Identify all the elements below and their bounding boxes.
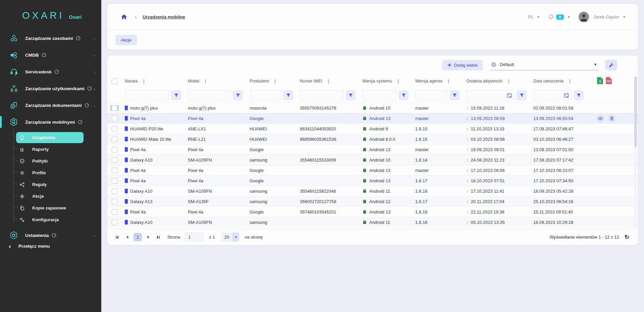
filter-input-imei[interactable]: [302, 93, 341, 98]
column-header-model[interactable]: Model⋮: [184, 79, 246, 84]
column-menu-icon[interactable]: ⋮: [141, 79, 147, 84]
avatar[interactable]: [579, 12, 589, 22]
table-row[interactable]: HUAWEI P20 lite ANE-LX1 HUAWEI 863411044…: [107, 123, 638, 134]
sidebar-subitem-reguly[interactable]: Reguły: [0, 179, 101, 190]
filter-input-model[interactable]: [190, 93, 228, 98]
row-checkbox[interactable]: [112, 157, 117, 163]
table-row[interactable]: Galaxy A13 SM-A135F samsung 356002720127…: [107, 196, 638, 206]
view-select[interactable]: Default ▼: [490, 60, 598, 70]
row-checkbox[interactable]: [112, 126, 117, 132]
sidebar-subitem-kopie[interactable]: Kopie zapasowe: [0, 202, 101, 214]
sidebar-item-uzytkownicy[interactable]: Zarządzanie użytkownikami ›: [0, 80, 101, 97]
column-menu-icon[interactable]: ⋮: [203, 79, 208, 84]
calendar-icon[interactable]: [564, 93, 569, 98]
sidebar-subitem-urzadzenia[interactable]: Urządzenia: [0, 132, 101, 143]
next-page-button[interactable]: [145, 234, 152, 241]
language-select[interactable]: PL: [528, 14, 533, 19]
chevron-down-icon[interactable]: ▼: [537, 15, 540, 19]
sidebar-subitem-profile[interactable]: Profile: [0, 167, 101, 179]
row-checkbox[interactable]: [112, 220, 117, 225]
row-checkbox[interactable]: [112, 168, 117, 173]
row-checkbox[interactable]: [112, 178, 117, 184]
table-row[interactable]: Pixel 4a Pixel 4a Google 357480103545201…: [107, 206, 638, 217]
table-row[interactable]: Galaxy A10 SM-A105FN samsung Android 11 …: [107, 217, 638, 227]
table-row[interactable]: Galaxy A10 SM-A105FN samsung 35546011582…: [107, 186, 638, 196]
filter-button[interactable]: [345, 90, 356, 100]
column-header-producent[interactable]: Produdent⋮: [246, 79, 297, 84]
sidebar-subitem-raporty[interactable]: Raporty: [0, 143, 101, 155]
column-header-ostatnia-aktywnosc[interactable]: Ostatnia aktywność⋮: [463, 79, 530, 84]
add-view-button[interactable]: Dodaj widok: [442, 60, 483, 70]
column-menu-icon[interactable]: ⋮: [272, 79, 278, 84]
column-menu-icon[interactable]: ⋮: [567, 79, 573, 84]
table-row[interactable]: HUAWEI Mate 10 lite RNE-L21 HUAWEI 86859…: [107, 134, 638, 144]
refresh-icon[interactable]: ↻: [625, 234, 629, 241]
akcje-button[interactable]: Akcje: [115, 35, 137, 45]
row-checkbox[interactable]: [112, 105, 117, 111]
table-row[interactable]: Galaxy A10 SM-A105FN samsung 35546011553…: [107, 154, 638, 165]
column-header-wersja-agenta[interactable]: Wersja agenta⋮: [412, 79, 463, 84]
sidebar-subitem-polityki[interactable]: Polityki: [0, 155, 101, 167]
table-row[interactable]: Pixel 4a Pixel 4a Google Android 13 mast…: [107, 165, 638, 175]
column-header-data-utworzenia[interactable]: Data utworzenia⋮: [530, 79, 587, 84]
prev-page-button[interactable]: [123, 234, 131, 241]
table-row[interactable]: Pixel 4a Pixel 4a Google Android 13 1.8.…: [107, 175, 638, 186]
filter-input-nazwa[interactable]: [127, 93, 167, 98]
sidebar-item-cmdb[interactable]: CMDB ›: [0, 47, 101, 63]
delete-button[interactable]: [607, 113, 616, 123]
per-page-select[interactable]: 20 ▼: [221, 233, 239, 242]
filter-button[interactable]: [449, 90, 460, 100]
table-scrollbar[interactable]: [634, 76, 637, 227]
sidebar-subitem-akcje[interactable]: Akcje: [0, 190, 101, 202]
breadcrumb-link[interactable]: Urządzenia mobilne: [143, 14, 185, 19]
table-settings-button[interactable]: [605, 60, 617, 70]
column-menu-icon[interactable]: ⋮: [395, 79, 401, 84]
page-number-input[interactable]: [185, 233, 204, 242]
first-page-button[interactable]: [113, 234, 121, 241]
select-all-checkbox[interactable]: [112, 78, 117, 84]
sidebar-subitem-konfiguracja[interactable]: Konfiguracja: [0, 214, 101, 226]
preview-eye-button[interactable]: [596, 113, 605, 123]
filter-input-wersja-agenta[interactable]: [418, 93, 445, 98]
table-row[interactable]: Pixel 4a Pixel 4a Google Android 13 mast…: [107, 144, 638, 154]
sidebar-item-servicedesk[interactable]: Servicedesk ›: [0, 63, 101, 80]
notification-badge[interactable]: 0: [556, 14, 564, 20]
chevron-down-icon[interactable]: ▼: [623, 15, 626, 19]
filter-input-producent[interactable]: [252, 93, 279, 98]
sidebar-item-dokumenty[interactable]: Zarządzanie dokumentami ›: [0, 97, 101, 114]
calendar-icon[interactable]: [507, 93, 512, 98]
filter-button[interactable]: [517, 90, 527, 100]
scrollbar-thumb[interactable]: [634, 76, 637, 147]
current-page-button[interactable]: 1: [133, 233, 142, 241]
filter-input-ostatnia-aktywnosc[interactable]: [469, 93, 507, 98]
sidebar-item-zasoby[interactable]: Zarządzanie zasobami ›: [0, 30, 101, 47]
bell-icon[interactable]: [548, 14, 554, 20]
export-excel-icon[interactable]: X: [597, 77, 603, 85]
sidebar-item-mobilne[interactable]: Zarządzanie mobilnymi: [0, 114, 101, 130]
filter-button[interactable]: [171, 90, 181, 100]
table-row[interactable]: Pixel 4a Pixel 4a Google Android 13 mast…: [107, 113, 638, 123]
last-page-button[interactable]: [155, 234, 162, 241]
export-pdf-icon[interactable]: PDF: [606, 77, 612, 85]
row-checkbox[interactable]: [112, 136, 117, 142]
menu-toggle[interactable]: ‹ Przełącz menu: [0, 239, 101, 253]
row-checkbox[interactable]: [112, 199, 117, 204]
user-name[interactable]: Jarek Gąsior: [594, 14, 620, 19]
chevron-down-icon[interactable]: ▼: [567, 15, 571, 19]
filter-input-wersja-systemu[interactable]: [365, 93, 394, 98]
row-checkbox[interactable]: [112, 188, 117, 194]
filter-button[interactable]: [283, 90, 293, 100]
filter-button[interactable]: [233, 90, 243, 100]
row-checkbox[interactable]: [112, 147, 117, 152]
row-checkbox[interactable]: [112, 116, 117, 121]
filter-input-data-utworzenia[interactable]: [536, 93, 564, 98]
column-menu-icon[interactable]: ⋮: [326, 79, 331, 84]
filter-button[interactable]: [398, 90, 409, 100]
column-menu-icon[interactable]: ⋮: [506, 79, 512, 84]
row-checkbox[interactable]: [112, 209, 117, 215]
column-header-nazwa[interactable]: Nazwa⋮: [121, 79, 184, 84]
home-icon[interactable]: [121, 14, 127, 20]
column-header-wersja-systemu[interactable]: Wersja systemu⋮: [359, 79, 412, 84]
filter-button[interactable]: [574, 90, 584, 100]
table-row[interactable]: moto g(7) plus moto g(7) plus motorola 3…: [107, 103, 638, 113]
